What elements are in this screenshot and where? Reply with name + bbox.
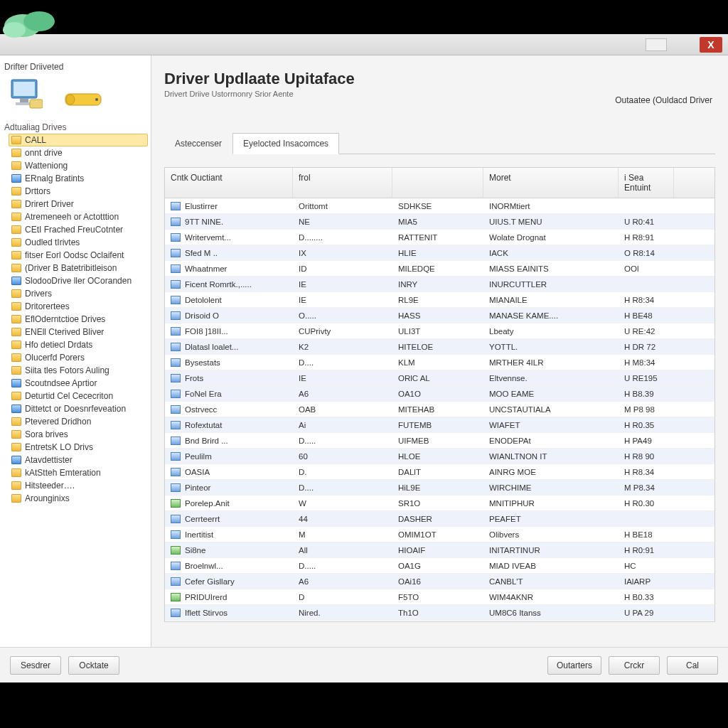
sidebar-item[interactable]: Hitsteeder…. [9,479,148,492]
folder-icon [11,469,21,477]
sidebar-item[interactable]: SlodooDrive ller OCoranden [9,274,148,287]
table-row[interactable]: OASIAD.DALlTAINRG MOEH R8.34 [165,464,714,480]
sidebar-item[interactable]: Drirert Driver [9,198,148,210]
sidebar-item[interactable]: Watteniong [9,159,148,172]
table-row[interactable]: Porelep.AnitWSR1OMNITIPHURH R0.30 [165,496,714,511]
table-row[interactable]: Sfed M ..IXHLIEIACKO R8:14 [165,245,714,261]
footer-button[interactable]: Sesdrer [10,656,61,675]
table-row[interactable]: Bnd Brird ...D.....UIFMEBENODEPAtH PA49 [165,433,714,449]
table-row[interactable]: FoNel EraA6OA1OMOO EAMEH B8.39 [165,386,714,402]
footer-button[interactable]: Ocktate [68,656,119,675]
table-cell: Ficent Romrtk.,..... [165,280,293,289]
table-row[interactable]: Peulilm60HLOEWIANLTNON ITH R8 90 [165,449,714,464]
sidebar-item[interactable]: Atavdettister [9,454,148,466]
tab-bar: AsteccenserEyelocted Insacomces [164,132,715,154]
sidebar-item[interactable]: Dittetct or Doesnrfeveation [9,402,148,415]
table-row[interactable]: BysestatsD....KLMMRTHER 4ILRH M8:34 [165,355,714,370]
sidebar-item[interactable]: Atremeneeh or Actotttion [9,210,148,223]
table-row[interactable]: PinteorD....HiL9EWIRCHIMEM P8.34 [165,480,714,496]
footer-button[interactable]: Outarters [547,656,601,675]
sidebar-item[interactable]: Hfo detiecl Drdats [9,338,148,351]
sidebar-item[interactable]: Sora brives [9,428,148,441]
sidebar-item[interactable]: ERnalg Bratints [9,172,148,185]
table-row[interactable]: WhaatnmerIDMILEDQEMIASS EAINITSOOl [165,261,714,277]
sidebar-item[interactable]: Deturtid Cel Cececriton [9,390,148,402]
sidebar-item-label: Deturtid Cel Cececriton [25,391,113,401]
svg-rect-4 [14,82,35,96]
sidebar-item[interactable]: EflOderntctioe Drives [9,313,148,326]
table-cell: U R0:41 [619,218,674,226]
table-cell: H B0.33 [619,593,674,601]
table-row[interactable]: FOI8 ]18II...CUPrivtyULI3TLbeatyU RE:42 [165,323,714,339]
table-row[interactable]: Writervemt...D........RATTENITWolate Dro… [165,230,714,245]
tab[interactable]: Eyelocted Insacomces [232,133,339,154]
driver-item-icon [171,515,181,523]
table-row[interactable]: Hint C....WNITKA2WOITTH PR.29 [165,621,714,622]
table-cell: MNITIPHUR [483,499,619,508]
folder-icon [11,174,21,183]
driver-item-icon [171,499,181,508]
table-row[interactable]: 9TT NINE.NEMIA5UIUS.T MENUU R0:41 [165,214,714,230]
driver-item-icon [171,405,181,414]
window-minimize-button[interactable] [646,38,667,51]
column-header[interactable] [392,168,483,198]
table-row[interactable]: Dlatasl loalet...K2HITELOEYOTTL.H DR 72 [165,339,714,355]
table-row[interactable]: Cerrteerrt44DASHERPEAFET [165,511,714,527]
table-row[interactable]: Iflett StirvosNired.Th1OUM8C6 ItanssU PA… [165,605,714,621]
driver-item-icon [171,530,181,539]
folder-icon [11,264,21,272]
table-row[interactable]: Si8neAllHIOAIFINITARTINURH R0:91 [165,542,714,558]
table-cell: Elustirrer [165,202,293,210]
table-cell: HLIE [392,249,483,257]
sidebar-item-label: Siita tles Fotors Auling [25,365,109,375]
column-header[interactable]: Cntk Ouctiant [165,168,293,198]
table-row[interactable]: OstrveccOABMITEHABUNCSTAUTIALAM P8 98 [165,402,714,417]
sidebar-item[interactable]: kAtStteh Emteration [9,466,148,479]
tab[interactable]: Asteccenser [164,133,232,154]
table-cell: UIUS.T MENU [483,218,619,226]
sidebar-item[interactable]: Ptevered Dridhon [9,415,148,428]
column-header[interactable]: Moret [483,168,619,198]
column-header[interactable]: i Sea Entuint [619,168,674,198]
sidebar-item[interactable]: CEtI Frached FreuCotnter [9,223,148,236]
table-row[interactable]: DetololentIERL9EMIANAILEH R8:34 [165,292,714,308]
sidebar-item[interactable]: Drttors [9,185,148,198]
sidebar-item[interactable]: Dritorertees [9,300,148,313]
sidebar-item[interactable]: Scoutndsee Aprtior [9,377,148,390]
table-cell: IX [293,249,392,257]
table-row[interactable]: RofextutatAiFUTEMBWIAFETH R0.35 [165,417,714,433]
table-row[interactable]: ElustirrerOrittomtSDHKSEINORMtiert [165,198,714,214]
table-row[interactable]: Ficent Romrtk.,.....IEINRYINURCUTTLER [165,277,714,292]
window-close-button[interactable]: X [700,37,722,53]
table-row[interactable]: InertitistMOMIM1OTOlibversH BE18 [165,527,714,542]
corner-link[interactable]: Outaatee (Ouldacd Driver [615,95,712,105]
sidebar-item[interactable]: EntretsK LO Drivs [9,441,148,454]
sidebar-item[interactable]: Siita tles Fotors Auling [9,364,148,377]
sidebar-item[interactable]: Oudled tIrivtes [9,236,148,249]
sidebar-item[interactable]: Drivers [9,287,148,300]
sidebar-item[interactable]: onnt drive [9,146,148,159]
table-cell: D. [293,468,392,476]
table-cell: H PA49 [619,437,674,445]
table-cell: HiL9E [392,483,483,492]
table-row[interactable]: FrotsIEORlC ALEltvennse.U RE195 [165,370,714,386]
sidebar-item[interactable]: CALL [9,134,148,146]
table-row[interactable]: Cefer GisllaryA6OAi16CANBL'TIAlARP [165,574,714,589]
sidebar-item[interactable]: ENEll Cterived Bliver [9,326,148,338]
sidebar-item[interactable]: Arounginixs [9,492,148,505]
driver-item-icon [171,202,181,210]
footer-button[interactable]: Crckr [609,656,660,675]
sidebar-item[interactable]: fitser Eorl Oodsc Oclaifent [9,249,148,262]
table-cell: MILEDQE [392,264,483,273]
driver-item-icon [171,233,181,242]
table-row[interactable]: PRIDUIrerdDF5TOWIM4AKNRH B0.33 [165,589,714,605]
footer-button[interactable]: Cal [667,656,718,675]
table-row[interactable]: Drisoid OO.....HASSMANASE KAME....H BE48 [165,308,714,323]
table-row[interactable]: Broelnwl...D.....OA1GMIAD IVEABHC [165,558,714,574]
column-header[interactable]: frol [293,168,392,198]
sidebar-item[interactable]: Olucerfd Porers [9,351,148,364]
sidebar-item[interactable]: (Driver B Batetribitleison [9,262,148,274]
table-cell: H R8:34 [619,296,674,304]
table-cell: SDHKSE [392,202,483,210]
table-cell: WIANLTNON IT [483,452,619,461]
